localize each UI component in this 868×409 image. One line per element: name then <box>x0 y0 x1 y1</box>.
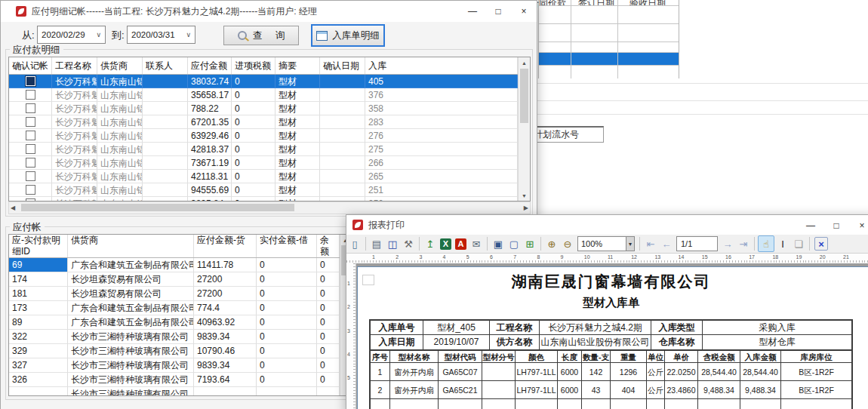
zoom-value: 100% <box>581 239 602 248</box>
mail-icon[interactable]: ✉ <box>469 236 484 251</box>
report-cell: 22.0250 <box>665 363 698 381</box>
to-date-combo[interactable]: 2020/03/31 ∨ <box>127 26 195 44</box>
minimize-button[interactable]: — <box>460 1 485 22</box>
confirm-checkbox[interactable] <box>26 185 35 195</box>
export-icon[interactable]: ↥ <box>423 236 438 251</box>
column-header[interactable]: 供货商 <box>97 57 143 74</box>
query-button[interactable]: 查 询 <box>223 26 299 45</box>
table-row[interactable] <box>539 5 679 24</box>
payable-detail-row[interactable]: 长沙万科魅力...山东南山铝业...38032.740型材405 <box>9 75 518 88</box>
print-icon[interactable]: ▤ <box>369 236 384 251</box>
column-header[interactable]: 供货商 <box>68 235 194 257</box>
last-page-icon[interactable]: ⇥ <box>736 236 751 251</box>
vertical-scrollbar[interactable]: ▲ ▼ <box>518 57 530 201</box>
contact-cell <box>143 170 188 183</box>
zoom-select[interactable]: 100%▾ <box>577 236 635 251</box>
payable-account-row[interactable]: 327长沙市三湘特种玻璃有限公司9839.3400 <box>9 358 340 373</box>
scroll-left-icon[interactable]: ◀ <box>11 202 15 214</box>
payable-detail-row[interactable]: 长沙万科魅力...山东南山铝业...788.220型材358 <box>9 102 518 115</box>
confirm-checkbox[interactable] <box>26 144 35 154</box>
first-page-icon[interactable]: ⇤ <box>643 236 658 251</box>
text-select-icon[interactable]: I <box>775 236 790 251</box>
column-header[interactable]: 摘要 <box>275 57 320 74</box>
confirm-checkbox[interactable] <box>26 117 35 127</box>
column-header[interactable]: 余额 <box>317 235 340 257</box>
scrollbar-thumb[interactable] <box>21 204 294 211</box>
confirm-checkbox[interactable] <box>26 198 35 201</box>
scroll-right-icon[interactable]: ▶ <box>524 202 528 214</box>
scrollbar-thumb[interactable] <box>520 69 528 123</box>
confirm-checkbox[interactable] <box>26 90 35 100</box>
multi-page-icon[interactable]: ⊞ <box>522 236 537 251</box>
title-bar[interactable]: 应付明细记帐------当前工程: 长沙万科魅力之城4.2期------当前用户… <box>1 1 537 22</box>
payable-account-row[interactable]: 329长沙市三湘特种玻璃有限公司10790.4600 <box>9 344 340 358</box>
tools-icon[interactable]: ⚒ <box>401 236 416 251</box>
title-bar[interactable]: 报表打印 — □ × <box>346 215 868 235</box>
chevron-down-icon[interactable]: ▾ <box>626 237 634 251</box>
zoom-out-icon[interactable]: ⊖ <box>560 236 575 251</box>
table-row[interactable] <box>539 52 679 66</box>
payable-detail-row[interactable]: 长沙万科魅力...山东南山铝业...63929.460型材276 <box>9 129 518 143</box>
horizontal-scrollbar[interactable]: ◀ ▶ <box>8 201 531 214</box>
column-header[interactable]: 应付金额-货 <box>194 235 257 257</box>
plan-serial-field[interactable]: 计划流水号 <box>530 126 604 143</box>
close-button[interactable]: × <box>849 215 868 236</box>
confirm-checkbox[interactable] <box>26 103 35 113</box>
prev-page-icon[interactable]: ← <box>659 236 674 251</box>
document-icon[interactable]: ▯ <box>347 236 362 251</box>
confirm-checkbox[interactable] <box>26 76 35 86</box>
book-icon[interactable]: ◫ <box>385 236 400 251</box>
pdf-export-icon[interactable]: A <box>455 238 466 250</box>
table-row[interactable] <box>539 42 679 53</box>
tax-cell: 0 <box>232 115 275 129</box>
table-row[interactable] <box>539 65 679 84</box>
column-header[interactable]: 联系人 <box>143 57 188 74</box>
payable-account-row[interactable]: 181长沙坦森贸易有限公司2720000 <box>9 287 340 301</box>
column-header[interactable]: 入库 <box>365 57 518 74</box>
confirm-checkbox[interactable] <box>26 171 35 181</box>
confirm-checkbox[interactable] <box>26 131 35 140</box>
copy-page-icon[interactable]: ❏ <box>791 236 806 251</box>
payable-account-row[interactable]: 174长沙坦森贸易有限公司2720000 <box>9 272 340 287</box>
report-preview-area[interactable]: 12345 湖南巨晟门窗幕墙有限公司 型材入库单 入库单号型材_405工程名称长… <box>346 263 868 409</box>
column-header[interactable]: 应-实付款明细ID <box>9 235 68 257</box>
payable-account-row[interactable]: 326长沙市三湘特种玻璃有限公司7193.6400 <box>9 373 340 387</box>
scroll-down-icon[interactable]: ▼ <box>519 190 530 201</box>
from-date-combo[interactable]: 2020/02/29 ∨ <box>37 26 106 44</box>
payable-account-row[interactable]: 长沙市三湘特种玻璃有限公司 <box>9 387 340 395</box>
payable-detail-row[interactable]: 长沙万科魅力...山东南山铝业...73671.190型材266 <box>9 156 518 170</box>
page-setup-icon[interactable]: ▢ <box>506 236 522 251</box>
report-column-header: 入库金额 <box>740 351 781 363</box>
save-icon[interactable]: ▣ <box>491 236 506 251</box>
inbound-detail-button[interactable]: 入库单明细 <box>312 25 384 46</box>
column-header[interactable]: 确认日期 <box>320 57 365 74</box>
column-header[interactable]: 实付金额-借 <box>257 235 317 257</box>
column-header[interactable]: 进项税额 <box>232 57 275 74</box>
payable-detail-row[interactable]: 长沙万科魅力...山东南山铝业...42118.310型材265 <box>9 170 518 183</box>
column-header[interactable]: 工程名称 <box>52 57 97 74</box>
close-button[interactable]: × <box>511 1 537 22</box>
next-page-icon[interactable]: → <box>720 236 735 251</box>
maximize-button[interactable]: □ <box>823 215 849 236</box>
payable-detail-row[interactable]: 长沙万科魅力...山东南山铝业...42818.370型材275 <box>9 143 518 156</box>
column-header[interactable]: 应付金额 <box>188 57 232 74</box>
payable-account-row[interactable]: 322长沙市三湘特种玻璃有限公司9839.3400 <box>9 330 340 344</box>
payable-detail-row[interactable]: 长沙万科魅力...山东南山铝业...67201.350型材283 <box>9 115 518 129</box>
payable-account-row[interactable]: 69广东合和建筑五金制品有限公司11411.7800 <box>9 258 340 272</box>
payable-detail-row[interactable]: 长沙万科魅力...山东南山铝业...35658.170型材376 <box>9 88 518 102</box>
payable-detail-row[interactable]: 长沙万科魅力...山东南山铝业...3895.840型材250 <box>9 197 518 201</box>
payable-account-row[interactable]: 89广东合和建筑五金制品有限公司40963.9200 <box>9 315 340 330</box>
minimize-button[interactable]: — <box>798 215 823 236</box>
zoom-in-icon[interactable]: ⊕ <box>544 236 559 251</box>
payable-detail-row[interactable]: 长沙万科魅力...山东南山铝业...94555.690型材251 <box>9 183 518 197</box>
maximize-button[interactable]: □ <box>485 1 511 22</box>
column-header[interactable]: 确认记帐 <box>9 57 52 74</box>
excel-export-icon[interactable]: X <box>440 238 451 250</box>
table-row[interactable] <box>539 23 679 42</box>
confirm-checkbox[interactable] <box>26 158 35 168</box>
close-preview-icon[interactable]: × <box>814 237 828 251</box>
payable-account-row[interactable]: 173广东合和建筑五金制品有限公司774.400 <box>9 301 340 315</box>
hand-tool-icon[interactable]: ☝ <box>758 235 774 252</box>
page-indicator[interactable]: 1/1 <box>676 236 718 251</box>
scroll-up-icon[interactable]: ▲ <box>519 57 530 68</box>
